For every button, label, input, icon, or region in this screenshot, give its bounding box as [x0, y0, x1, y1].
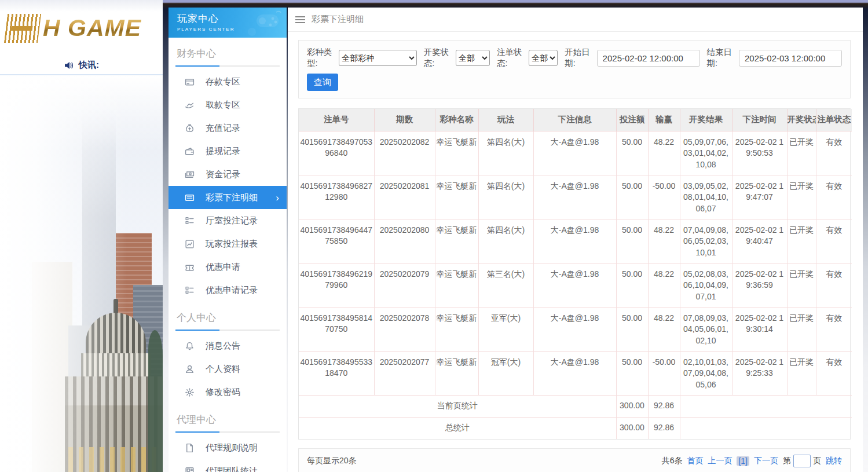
cell-order-id: 401569173849581470750	[299, 307, 374, 351]
sidebar-item[interactable]: 个人资料	[169, 357, 287, 380]
prev-page-link[interactable]: 上一页	[708, 456, 732, 466]
sidebar-item[interactable]: 修改密码	[169, 380, 287, 404]
cell-bet-amount: 50.00	[616, 351, 648, 395]
sidebar-item[interactable]: 取款专区	[169, 93, 287, 116]
cell-bet-time: 2025-02-02 19:30:14	[732, 307, 787, 351]
table-body: 40156917384970539684020250202082幸运飞艇新第四名…	[299, 131, 852, 439]
moneybag-icon	[185, 123, 195, 133]
sidebar-item-label: 优惠申请记录	[206, 285, 258, 296]
cell-win-loss: 48.22	[648, 263, 680, 307]
sidebar-item[interactable]: 代理规则说明	[169, 436, 287, 459]
sidebar-item-label: 取款专区	[206, 100, 240, 111]
cell-play-type: 亚军(大)	[478, 307, 533, 351]
news-ticker-bar: 快讯:	[0, 56, 163, 75]
cell-play-type: 冠军(大)	[478, 351, 533, 395]
sidebar-item[interactable]: 优惠申请记录	[169, 279, 287, 302]
cell-draw-result: 05,02,08,03,06,10,04,09,07,01	[680, 263, 732, 307]
cell-issue-number: 20250202077	[374, 351, 435, 395]
first-page-link[interactable]: 首页	[687, 456, 703, 466]
cell-order-status: 有效	[816, 307, 852, 351]
end-date-input[interactable]	[739, 50, 842, 67]
sidebar-section-title: 财务中心	[175, 47, 280, 67]
funds-icon	[185, 170, 195, 180]
records-icon	[185, 286, 195, 295]
cell-bet-time: 2025-02-02 19:47:07	[732, 175, 787, 219]
sidebar-item-label: 充值记录	[206, 123, 240, 134]
table-row: 40156917384970539684020250202082幸运飞艇新第四名…	[299, 131, 852, 175]
cell-bet-amount: 50.00	[616, 307, 648, 351]
cell-order-id: 401569173849705396840	[299, 131, 374, 175]
cell-draw-status: 已开奖	[787, 351, 816, 395]
sidebar-item-label: 提现记录	[206, 146, 240, 157]
news-label: 快讯:	[79, 60, 99, 71]
card-icon	[185, 77, 195, 87]
jump-label-suffix: 页	[813, 456, 821, 466]
left-panel: H GAME 快讯:	[0, 0, 163, 472]
white-fade-overlay	[0, 76, 163, 472]
cell-order-id: 401569173849644775850	[299, 219, 374, 263]
sidebar-item[interactable]: 彩票下注明细›	[169, 186, 287, 209]
cell-play-type: 第四名(大)	[478, 131, 533, 175]
cell-play-type: 第四名(大)	[478, 175, 533, 219]
sidebar-item-label: 代理规则说明	[206, 442, 258, 453]
cell-win-loss: 48.22	[648, 219, 680, 263]
draw-status-select[interactable]: 全部	[456, 50, 490, 66]
column-header-play-type: 玩法	[478, 109, 533, 131]
cell-bet-info: 大-A盘@1.98	[533, 219, 616, 263]
cell-order-id: 401569173849682712980	[299, 175, 374, 219]
sidebar-item[interactable]: 厅室投注记录	[169, 209, 287, 232]
order-status-select[interactable]: 全部	[529, 50, 558, 66]
jump-link[interactable]: 跳转	[826, 456, 842, 466]
lottery-type-label: 彩种类型:	[307, 47, 336, 69]
draw-status-label: 开奖状态:	[424, 47, 453, 69]
sidebar-item[interactable]: 资金记录	[169, 163, 287, 186]
cell-lottery-name: 幸运飞艇新	[435, 263, 478, 307]
sidebar-item[interactable]: 玩家投注报表	[169, 232, 287, 255]
sidebar-item[interactable]: 优惠申请	[169, 255, 287, 279]
sidebar-item[interactable]: 存款专区	[169, 70, 287, 93]
cell-win-loss: -50.00	[648, 175, 680, 219]
grand-summary-row: 总统计300.0092.86	[299, 417, 852, 439]
records-icon	[185, 216, 195, 226]
city-background-image	[0, 76, 163, 472]
cell-draw-status: 已开奖	[787, 263, 816, 307]
end-date-label: 结束日期:	[707, 47, 736, 69]
cell-bet-time: 2025-02-02 19:40:47	[732, 219, 787, 263]
wallet-icon	[185, 147, 195, 156]
sidebar-item-label: 代理团队统计	[206, 466, 258, 472]
cell-issue-number: 20250202080	[374, 219, 435, 263]
hhgame-logo: H GAME	[0, 0, 163, 56]
cell-win-loss: -50.00	[648, 351, 680, 395]
sidebar-item[interactable]: 提现记录	[169, 140, 287, 163]
summary-empty	[680, 417, 852, 439]
sidebar-item-label: 消息公告	[206, 341, 240, 352]
sidebar-item[interactable]: 代理团队统计	[169, 459, 287, 472]
cell-order-status: 有效	[816, 175, 852, 219]
cell-issue-number: 20250202082	[374, 131, 435, 175]
sidebar-item[interactable]: 消息公告	[169, 334, 287, 357]
page-jump-input[interactable]	[793, 455, 811, 467]
order-status-label: 注单状态:	[497, 47, 526, 69]
filter-panel: 彩种类型: 全部彩种 开奖状态: 全部 注单状态: 全部 开始日期: 结束日期:	[298, 40, 851, 98]
column-header-order-id: 注单号	[299, 109, 374, 131]
cell-draw-result: 07,04,09,08,06,05,02,03,10,01	[680, 219, 732, 263]
bell-icon	[185, 341, 195, 351]
cell-win-loss: 48.22	[648, 131, 680, 175]
sidebar-nav: 财务中心存款专区取款专区充值记录提现记录资金记录彩票下注明细›厅室投注记录玩家投…	[169, 47, 287, 472]
next-page-link[interactable]: 下一页	[754, 456, 778, 466]
start-date-input[interactable]	[597, 50, 700, 67]
table-row: 40156917384968271298020250202081幸运飞艇新第四名…	[299, 175, 852, 219]
sidebar-item[interactable]: 充值记录	[169, 116, 287, 140]
app-frame: 玩家中心 PLAYERS CENTER 财务中心存款专区取款专区充值记录提现记录…	[163, 0, 868, 472]
search-button[interactable]: 查询	[307, 74, 338, 91]
sidebar-item-label: 优惠申请	[206, 262, 240, 273]
cell-issue-number: 20250202081	[374, 175, 435, 219]
column-header-bet-time: 下注时间	[732, 109, 787, 131]
menu-toggle-icon[interactable]	[295, 14, 305, 25]
page-header: 彩票下注明细	[288, 8, 863, 32]
lottery-type-select[interactable]: 全部彩种	[339, 50, 416, 66]
list-icon	[185, 193, 195, 203]
speaker-icon	[64, 60, 74, 71]
cell-play-type: 第四名(大)	[478, 219, 533, 263]
summary-empty	[680, 395, 852, 417]
